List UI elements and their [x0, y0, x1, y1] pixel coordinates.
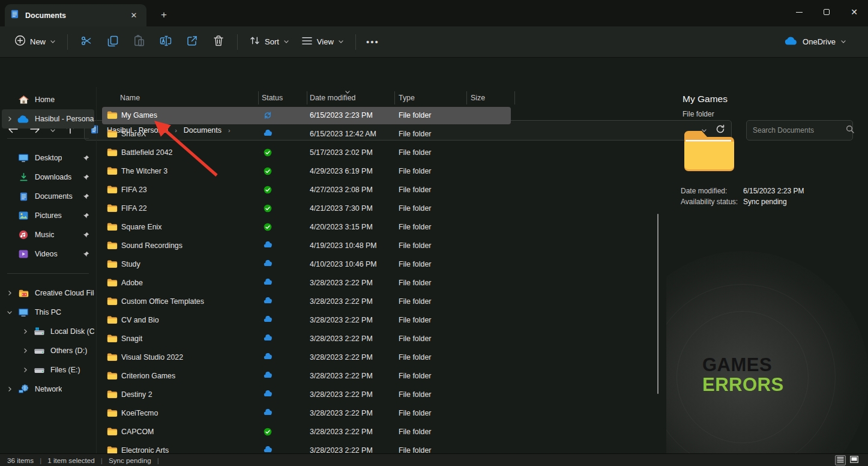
- details-pane: My Games File folder Date modified: 6/15…: [666, 87, 868, 453]
- sidebar-item-label: Others (D:): [50, 346, 87, 355]
- view-button-label: View: [317, 37, 334, 46]
- file-row[interactable]: CV and Bio3/28/2023 2:22 PMFile folder: [96, 311, 666, 330]
- tab-documents[interactable]: Documents ✕: [5, 4, 146, 26]
- details-field-label: Date modified:: [681, 187, 743, 195]
- file-row[interactable]: Adobe3/28/2023 2:22 PMFile folder: [96, 274, 666, 292]
- chevron-right-icon[interactable]: [17, 328, 33, 334]
- cloud-status-icon: [264, 279, 273, 287]
- chevron-right-icon[interactable]: [2, 386, 17, 392]
- sidebar-item-downloads[interactable]: Downloads: [2, 168, 94, 187]
- file-row[interactable]: CAPCOM3/28/2023 2:22 PMFile folder: [96, 423, 666, 441]
- file-row[interactable]: Sound Recordings4/19/2023 10:48 PMFile f…: [96, 237, 666, 255]
- folder-icon: [107, 390, 118, 401]
- paste-icon: [133, 35, 145, 49]
- file-row[interactable]: Square Enix4/20/2023 3:15 PMFile folder: [96, 218, 666, 237]
- sidebar-item-local-disk-c-[interactable]: Local Disk (C:): [2, 322, 94, 341]
- date-modified: 3/28/2023 2:22 PM: [310, 372, 373, 380]
- sidebar-item-others-d-[interactable]: Others (D:): [2, 341, 94, 360]
- sidebar-item-label: Music: [35, 231, 54, 239]
- sidebar-item-files-e-[interactable]: Files (E:): [2, 360, 94, 380]
- file-list-pane: Name Status Date modified Type Size My G…: [96, 87, 666, 453]
- details-view-icon: [837, 456, 844, 464]
- paste-button[interactable]: [126, 31, 152, 53]
- sidebar-item-label: Files (E:): [50, 366, 80, 374]
- date-modified: 4/20/2023 3:15 PM: [310, 223, 373, 231]
- sidebar-item-label: This PC: [35, 308, 61, 316]
- file-row[interactable]: Battlefield 20425/17/2023 2:02 PMFile fo…: [96, 144, 666, 162]
- view-button[interactable]: View: [295, 31, 350, 53]
- minimize-button[interactable]: [785, 0, 813, 24]
- sidebar-item-pictures[interactable]: Pictures: [2, 206, 94, 225]
- file-row[interactable]: Custom Office Templates3/28/2023 2:22 PM…: [96, 292, 666, 311]
- file-row[interactable]: KoeiTecmo3/28/2023 2:22 PMFile folder: [96, 404, 666, 423]
- sidebar-item-hasibul-personal[interactable]: Hasibul - Personal: [2, 109, 94, 129]
- share-button[interactable]: [179, 31, 205, 53]
- sort-button[interactable]: Sort: [243, 30, 295, 53]
- folder-icon: [107, 166, 118, 177]
- file-row[interactable]: ShareX6/15/2023 12:42 AMFile folder: [96, 125, 666, 144]
- sidebar-item-this-pc[interactable]: This PC: [2, 303, 94, 322]
- file-row[interactable]: My Games6/15/2023 2:23 PMFile folder: [96, 106, 666, 125]
- close-button[interactable]: ✕: [840, 0, 868, 24]
- status-divider: |: [101, 456, 103, 464]
- date-modified: 3/28/2023 2:22 PM: [310, 353, 373, 362]
- sidebar-item-music[interactable]: Music: [2, 225, 94, 244]
- column-headers: Name Status Date modified Type Size: [96, 90, 666, 106]
- column-header-type[interactable]: Type: [399, 94, 415, 102]
- copy-button[interactable]: [100, 31, 126, 53]
- sidebar-item-documents[interactable]: Documents: [2, 187, 94, 206]
- chevron-right-icon[interactable]: [2, 116, 17, 122]
- column-header-status[interactable]: Status: [262, 94, 283, 102]
- vertical-scrollbar[interactable]: [657, 214, 659, 394]
- sidebar-item-videos[interactable]: Videos: [2, 244, 94, 264]
- delete-button[interactable]: [205, 31, 232, 53]
- sidebar-item-creative-cloud-files[interactable]: Creative Cloud Files: [2, 283, 94, 303]
- cut-button[interactable]: [73, 31, 100, 53]
- file-type: File folder: [399, 297, 431, 306]
- new-tab-button[interactable]: +: [156, 7, 172, 23]
- file-row[interactable]: Criterion Games3/28/2023 2:22 PMFile fol…: [96, 367, 666, 386]
- details-view-button[interactable]: [835, 455, 846, 465]
- documents-icon: [11, 10, 19, 21]
- file-name: Visual Studio 2022: [121, 353, 183, 362]
- file-row[interactable]: Study4/10/2023 10:46 PMFile folder: [96, 255, 666, 274]
- more-options-button[interactable]: •••: [361, 31, 384, 53]
- maximize-button[interactable]: [813, 0, 840, 24]
- share-icon: [186, 35, 198, 49]
- file-row[interactable]: FIFA 234/27/2023 2:08 PMFile folder: [96, 181, 666, 199]
- toolbar-divider: [67, 34, 68, 50]
- column-header-name[interactable]: Name: [120, 94, 140, 102]
- file-type: File folder: [399, 390, 431, 399]
- file-name: Study: [121, 260, 140, 268]
- sidebar-divider: [7, 138, 89, 139]
- file-row[interactable]: Destiny 23/28/2023 2:22 PMFile folder: [96, 386, 666, 404]
- sidebar-item-home[interactable]: Home: [2, 90, 94, 109]
- file-type: File folder: [399, 186, 431, 194]
- file-row[interactable]: The Witcher 34/29/2023 6:19 PMFile folde…: [96, 162, 666, 181]
- status-divider: |: [157, 456, 159, 464]
- file-row[interactable]: FIFA 224/21/2023 7:30 PMFile folder: [96, 199, 666, 218]
- chevron-down-icon: [283, 39, 289, 44]
- sidebar-item-network[interactable]: Network: [2, 380, 94, 399]
- chevron-right-icon[interactable]: [2, 290, 17, 296]
- status-divider: |: [40, 456, 41, 464]
- sidebar-item-desktop[interactable]: Desktop: [2, 148, 94, 168]
- sort-button-label: Sort: [265, 37, 279, 46]
- file-row[interactable]: Visual Studio 20223/28/2023 2:22 PMFile …: [96, 348, 666, 367]
- chevron-right-icon[interactable]: [17, 367, 33, 373]
- file-type: File folder: [399, 204, 431, 213]
- chevron-right-icon[interactable]: [17, 348, 33, 354]
- large-thumbnails-view-button[interactable]: [849, 455, 860, 465]
- onedrive-button[interactable]: OneDrive: [779, 32, 852, 52]
- chevron-down-icon[interactable]: [2, 310, 17, 315]
- details-field-value: Sync pending: [743, 198, 787, 206]
- drive-icon: [33, 347, 45, 354]
- cloud-status-icon: [264, 334, 273, 343]
- file-row[interactable]: Electronic Arts3/28/2023 2:22 PMFile fol…: [96, 441, 666, 453]
- new-button[interactable]: New: [8, 30, 62, 53]
- tab-close-icon[interactable]: ✕: [127, 9, 140, 22]
- column-header-size[interactable]: Size: [471, 94, 485, 102]
- date-modified: 6/15/2023 12:42 AM: [310, 130, 376, 138]
- rename-button[interactable]: [152, 31, 179, 53]
- file-row[interactable]: Snagit3/28/2023 2:22 PMFile folder: [96, 330, 666, 348]
